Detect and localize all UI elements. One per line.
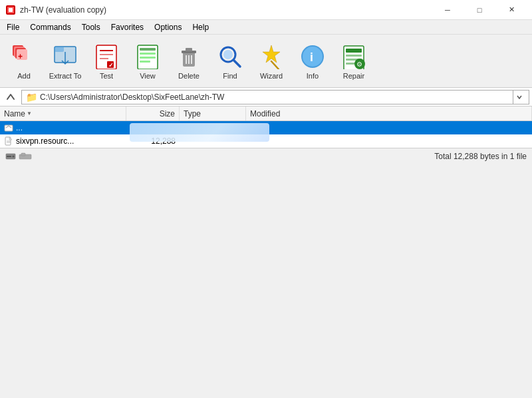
svg-line-33	[271, 61, 279, 69]
view-button[interactable]: View	[128, 37, 168, 85]
view-label: View	[140, 72, 156, 80]
delete-label: Delete	[178, 72, 200, 80]
title-bar-left: zh-TW (evaluation copy)	[5, 5, 106, 15]
info-button[interactable]: i Info	[293, 37, 332, 85]
close-button[interactable]: ✕	[496, 0, 527, 20]
delete-button[interactable]: Delete	[169, 37, 209, 85]
svg-text:+: +	[18, 52, 23, 61]
menu-bar: File Commands Tools Favorites Options He…	[0, 20, 532, 35]
wizard-button[interactable]: Wizard	[251, 37, 291, 85]
svg-rect-38	[346, 49, 362, 53]
test-label: Test	[100, 72, 113, 80]
col-header-size[interactable]: Size	[126, 106, 180, 120]
repair-icon: ⚙	[340, 43, 367, 70]
file-list: ... sixvpn.resourc... 12,288	[0, 121, 532, 148]
app-icon	[5, 5, 16, 15]
find-icon	[217, 43, 243, 70]
wizard-icon	[258, 43, 285, 70]
svg-rect-25	[186, 48, 192, 51]
svg-rect-20	[140, 53, 156, 55]
minimize-button[interactable]: ─	[432, 0, 463, 20]
col-header-type[interactable]: Type	[180, 106, 246, 120]
extract-to-icon	[52, 43, 78, 70]
up-button[interactable]	[3, 89, 19, 105]
delete-icon	[176, 43, 202, 70]
address-bar: 📁 C:\Users\Administrator\Desktop\SixFeet…	[0, 88, 532, 106]
svg-line-31	[233, 60, 240, 67]
parent-dir-icon	[4, 123, 13, 132]
svg-point-30	[223, 50, 233, 59]
svg-rect-50	[7, 156, 11, 157]
svg-marker-32	[263, 45, 280, 63]
svg-rect-2	[9, 8, 13, 12]
add-icon: +	[11, 43, 37, 70]
sort-arrow: ▼	[27, 110, 32, 116]
file-name: sixvpn.resourc...	[16, 136, 74, 146]
svg-rect-19	[140, 48, 156, 51]
svg-rect-39	[346, 55, 362, 57]
menu-file[interactable]: File	[1, 20, 25, 34]
svg-rect-22	[140, 61, 150, 63]
status-left	[5, 152, 32, 160]
info-label: Info	[307, 72, 319, 80]
folder-icon: 📁	[26, 92, 37, 102]
find-button[interactable]: Find	[210, 37, 250, 85]
file-size-cell: 12,288	[126, 136, 180, 146]
menu-favorites[interactable]: Favorites	[106, 20, 149, 34]
file-name-cell: ...	[0, 123, 126, 132]
col-header-modified[interactable]: Modified	[246, 106, 532, 120]
extract-to-button[interactable]: Extract To	[45, 37, 85, 85]
status-small-icon	[19, 152, 32, 160]
path-text: C:\Users\Administrator\Desktop\SixFeetLa…	[40, 93, 224, 102]
status-drive-icon	[5, 152, 16, 160]
repair-label: Repair	[343, 72, 364, 80]
table-row[interactable]: sixvpn.resourc... 12,288	[0, 134, 532, 148]
menu-help[interactable]: Help	[187, 20, 214, 34]
menu-commands[interactable]: Commands	[25, 20, 76, 34]
status-bar: Total 12,288 bytes in 1 file	[0, 148, 532, 164]
table-row[interactable]: ...	[0, 121, 532, 134]
maximize-button[interactable]: □	[464, 0, 495, 20]
file-name: ...	[16, 123, 23, 132]
title-bar-controls: ─ □ ✕	[432, 0, 527, 20]
title-text: zh-TW (evaluation copy)	[20, 5, 106, 15]
svg-rect-41	[346, 63, 355, 65]
path-dropdown-button[interactable]	[513, 90, 525, 104]
extract-to-label: Extract To	[49, 72, 82, 80]
svg-text:⚙: ⚙	[356, 61, 362, 68]
svg-rect-52	[21, 153, 25, 156]
status-text: Total 12,288 bytes in 1 file	[434, 152, 527, 161]
find-label: Find	[223, 72, 237, 80]
file-name-cell: sixvpn.resourc...	[0, 136, 126, 146]
svg-text:✓: ✓	[108, 62, 114, 69]
svg-point-49	[13, 155, 15, 157]
path-box[interactable]: 📁 C:\Users\Administrator\Desktop\SixFeet…	[21, 90, 529, 104]
add-button[interactable]: + Add	[4, 37, 44, 85]
menu-tools[interactable]: Tools	[76, 20, 106, 34]
column-headers: Name ▼ Size Type Modified	[0, 106, 532, 121]
file-icon	[4, 136, 13, 146]
info-icon: i	[299, 43, 326, 70]
menu-options[interactable]: Options	[149, 20, 187, 34]
svg-rect-21	[140, 57, 156, 59]
svg-rect-10	[55, 47, 64, 52]
file-area: Name ▼ Size Type Modified ...	[0, 106, 532, 148]
col-header-name[interactable]: Name ▼	[0, 106, 126, 120]
wizard-label: Wizard	[260, 72, 283, 80]
file-size: 12,288	[151, 136, 176, 146]
repair-button[interactable]: ⚙ Repair	[334, 37, 374, 85]
title-bar: zh-TW (evaluation copy) ─ □ ✕	[0, 0, 532, 20]
add-label: Add	[17, 72, 31, 80]
test-button[interactable]: ✓ Test	[86, 37, 126, 85]
svg-text:i: i	[310, 51, 313, 64]
view-icon	[134, 43, 161, 70]
test-icon: ✓	[93, 43, 120, 70]
toolbar: + Add Extract To	[0, 35, 532, 88]
